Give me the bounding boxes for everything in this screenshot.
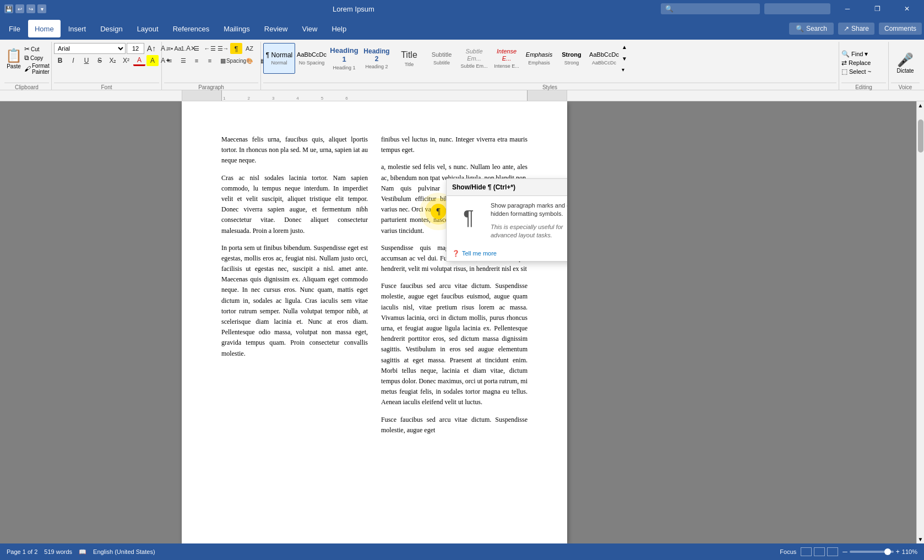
italic-button[interactable]: I [67, 55, 79, 66]
right-margin [567, 101, 916, 543]
style-emphasis[interactable]: Emphasis Emphasis [523, 43, 555, 74]
quick-access-toolbar: 💾 ↩ ↪ ▾ [4, 4, 46, 13]
style-subtle-em[interactable]: Subtle Em... Subtle Em... [458, 43, 490, 74]
microphone-icon: 🎤 [897, 52, 914, 68]
zoom-in-button[interactable]: + [896, 548, 900, 556]
language-icon: 📖 [79, 548, 86, 556]
font-color-button[interactable]: A [133, 55, 145, 66]
styles-scroll-up[interactable]: ▲ [622, 44, 627, 50]
scroll-down-arrow[interactable]: ▼ [918, 536, 923, 542]
bullets-button[interactable]: ≡• [164, 43, 176, 54]
copy-button[interactable]: ⧉ Copy [24, 54, 50, 62]
shading-button[interactable]: 🎨 [243, 55, 256, 66]
print-layout-button[interactable] [801, 547, 812, 556]
font-controls: Arial A↑ A↓ Aa A✕ B I U S X₂ X² A A A✦ [54, 43, 159, 83]
styles-label: Styles [263, 83, 836, 90]
top-search[interactable]: 🔍 [661, 3, 760, 14]
share-button[interactable]: ↗ Share [838, 23, 874, 35]
paste-button[interactable]: 📋 Paste [4, 43, 23, 74]
subscript-button[interactable]: X₂ [107, 55, 119, 66]
menu-review[interactable]: Review [258, 20, 295, 37]
close-button[interactable]: ✕ [894, 0, 920, 18]
styles-list: ¶ Normal Normal AaBbCcDc No Spacing Head… [263, 43, 836, 83]
highlight-button[interactable]: A [146, 55, 159, 66]
bold-button[interactable]: B [54, 55, 66, 66]
menu-references[interactable]: References [166, 20, 216, 37]
styles-scroll: ▲ ▼ ▾ [621, 43, 628, 74]
style-normal[interactable]: ¶ Normal Normal [263, 43, 295, 74]
align-left-button[interactable]: ≡ [164, 55, 176, 66]
style-title[interactable]: Title Title [393, 43, 425, 74]
menu-home[interactable]: Home [28, 20, 61, 37]
format-painter-button[interactable]: 🖌 Format Painter [24, 63, 50, 75]
alignment-controls: ≡ ☰ ≡ ≡ ▦ Spacing 🎨 ▦ [164, 55, 269, 66]
font-size-increase[interactable]: A↑ [145, 43, 157, 54]
style-no-spacing[interactable]: AaBbCcDc No Spacing [296, 43, 328, 74]
paragraph-group: ≡• 1. ☰ ←☰ ☰→ ¶ AZ ≡ ☰ ≡ ≡ ▦ Spacing 🎨 ▦… [162, 42, 261, 90]
cut-button[interactable]: ✂ Cut [24, 45, 50, 53]
menu-design[interactable]: Design [94, 20, 129, 37]
menu-view[interactable]: View [295, 20, 324, 37]
numbering-button[interactable]: 1. [177, 43, 189, 54]
increase-indent-button[interactable]: ☰→ [217, 43, 229, 54]
align-right-button[interactable]: ≡ [191, 55, 203, 66]
line-spacing-button[interactable]: Spacing [230, 55, 242, 66]
zoom-slider[interactable] [850, 551, 894, 553]
ruler-content: 1 2 3 4 5 6 [182, 90, 567, 101]
font-name-select[interactable]: Arial [54, 43, 126, 54]
decrease-indent-button[interactable]: ←☰ [204, 43, 216, 54]
document-page: Maecenas felis urna, faucibus quis, aliq… [182, 101, 567, 543]
undo-icon[interactable]: ↩ [15, 4, 24, 13]
copy-icon: ⧉ [24, 54, 29, 62]
web-layout-button[interactable] [814, 547, 825, 556]
styles-expand[interactable]: ▾ [622, 67, 627, 73]
style-intense-em[interactable]: Intense E... Intense E... [491, 43, 523, 74]
sort-button[interactable]: AZ [243, 43, 256, 54]
word-count: 519 words [44, 548, 72, 555]
scroll-thumb[interactable] [918, 119, 923, 153]
clipboard-group: 📋 Paste ✂ Cut ⧉ Copy 🖌 Format Painter Cl… [2, 42, 52, 90]
para-3: In porta sem ut finibus bibendum. Suspen… [221, 243, 368, 359]
menu-file[interactable]: File [2, 20, 27, 37]
customize-icon[interactable]: ▾ [37, 4, 46, 13]
styles-scroll-down[interactable]: ▼ [622, 56, 627, 62]
minimize-button[interactable]: ─ [835, 0, 860, 18]
font-size-input[interactable] [127, 43, 144, 54]
style-heading1[interactable]: Heading 1 Heading 1 [328, 43, 360, 74]
menu-insert[interactable]: Insert [62, 20, 93, 37]
menu-layout[interactable]: Layout [131, 20, 165, 37]
show-hide-button[interactable]: ¶ [230, 43, 242, 54]
zoom-thumb [884, 548, 891, 555]
multilevel-list-button[interactable]: ☰ [191, 43, 203, 54]
zoom-out-button[interactable]: ─ [843, 548, 847, 556]
dictate-button[interactable]: 🎤 Dictate [896, 52, 914, 74]
para-r4: Fusce faucibus sed arcu vitae dictum. Su… [381, 281, 528, 407]
read-mode-button[interactable] [827, 547, 838, 556]
paragraph-mark-icon: ¶ [463, 203, 474, 233]
style-extra[interactable]: AaBbCcDc AaBbCcDc [588, 43, 620, 74]
select-button[interactable]: ⬚ Select ~ [841, 68, 871, 75]
top-search-bar[interactable]: 🔍 Search [789, 23, 834, 35]
style-heading2[interactable]: Heading 2 Heading 2 [361, 43, 393, 74]
find-dropdown[interactable]: ▾ [865, 50, 868, 58]
tell-more-link[interactable]: ❓ Tell me more [447, 246, 567, 262]
comments-button[interactable]: Comments [879, 23, 922, 35]
save-icon[interactable]: 💾 [4, 4, 13, 13]
style-subtitle[interactable]: Subtitle Subtitle [426, 43, 458, 74]
style-strong[interactable]: Strong Strong [556, 43, 588, 74]
show-hide-paragraph-mark[interactable]: ¶ [431, 204, 446, 219]
focus-label[interactable]: Focus [780, 548, 796, 555]
vertical-scrollbar[interactable]: ▲ ▼ [916, 101, 924, 543]
restore-button[interactable]: ❐ [865, 0, 890, 18]
justify-button[interactable]: ≡ [204, 55, 216, 66]
align-center-button[interactable]: ☰ [177, 55, 189, 66]
menu-mailings[interactable]: Mailings [217, 20, 257, 37]
strikethrough-button[interactable]: S [94, 55, 106, 66]
superscript-button[interactable]: X² [120, 55, 132, 66]
underline-button[interactable]: U [80, 55, 93, 66]
redo-icon[interactable]: ↪ [26, 4, 35, 13]
menu-help[interactable]: Help [325, 20, 353, 37]
scroll-up-arrow[interactable]: ▲ [918, 102, 923, 108]
replace-button[interactable]: ⇄ Replace [841, 59, 871, 67]
find-button[interactable]: 🔍 Find ▾ [841, 50, 868, 58]
